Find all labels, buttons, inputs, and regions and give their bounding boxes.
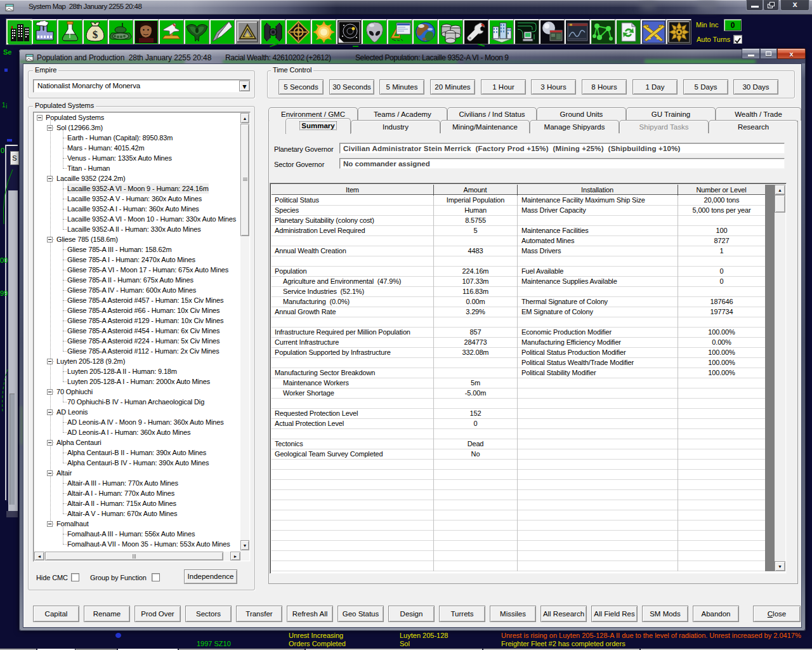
svg-text:$: $ [93,29,98,41]
